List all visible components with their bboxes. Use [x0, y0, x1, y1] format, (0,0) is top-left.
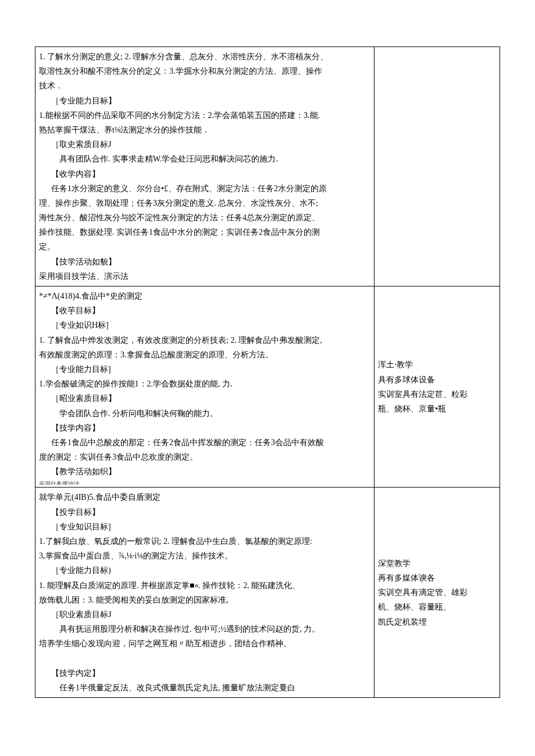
table-row: 1. 了解水分测定的意义; 2. 理解水分含量、总灰分、水溶性庆分、水不溶植灰分… [35, 47, 500, 286]
table-row: 就学单元(4IB)5.食品中委自盾测定 【投学目标】 ［专业知识目标] 1.了解… [35, 488, 500, 698]
text-line: 瓶、烧杯、京量•瓶 [378, 402, 496, 416]
section-heading: ［专业知识目标] [39, 519, 370, 534]
section-heading: 【教学活动如织】 [39, 464, 370, 479]
section-heading: ［专业能力目标】 [39, 94, 370, 108]
text-line: 1.能根据不同的件品采取不同的水分制定方法：2.学会蒸馅装五国的搭建：3.能. [39, 108, 370, 123]
section-heading: 【收芋目标】 [39, 303, 370, 318]
text-line: 再有多媒体谀各 [378, 571, 496, 585]
section-heading: 【技学内容】 [39, 421, 370, 435]
text-line: 度的测定：实训任务3食品中总欢度的测定。 [39, 450, 370, 464]
text-line: 培养学生细心发现向迎，问竽之网互相〃助互相进步，团结合作精神。 [39, 636, 370, 651]
text-line: 凯氏定机装埋 [378, 615, 496, 629]
text-line: 1. 能理解及白质溺定的原理. 并根据原定掌■«. 操作技轮：2. 能拓建洗化、 [39, 578, 370, 593]
text-line: 任务1食品中总酸皮的那定：任务2食品中挥发酸的测定：任务3会品中有效酸 [39, 435, 370, 450]
text-line: 3,掌握食品中蛋白质、⅞,⅛·i⅛的测定方法、操作技术。 [39, 549, 370, 563]
text-line [39, 651, 370, 666]
section-heading: ［专业能力目标] [39, 362, 370, 377]
text-line: 1. 了解水分测定的意义; 2. 理解水分含量、总灰分、水溶性庆分、水不溶植灰分… [39, 49, 370, 64]
section-heading: ［昭业素质目标】 [39, 391, 370, 406]
cell-side-1 [374, 47, 500, 286]
text-line: 理、操作步聚、敦期处理；任务3灰分测定的意义. 总灰分、水淀性灰分、水不; [39, 196, 370, 210]
text-line: 操作技能、数据处理. 实训任务1食品中水分的测定；实训任务2食品中灰分的测 [39, 225, 370, 239]
text-line: 放饰载儿困：3. 能受阅相关的妥白放测定的国家标准, [39, 593, 370, 607]
text-line: 具有团队合作. 实事求走精W.学会处汪问思和解决问芯的施力. [39, 152, 370, 166]
cell-side-3: 深堂教学 再有多媒体谀各 实训空具有滴定管、雄彩 机、烧杯、容量瓯、 凯氏定机装… [374, 488, 500, 698]
section-heading: ［专业如识H标] [39, 318, 370, 332]
section-heading: 【收学内容】 [39, 167, 370, 181]
text-line: 取溶性灰分和酸不溶性灰分的定义：3.学掘水分和灰分测定的方法、原理、操作 [39, 64, 370, 78]
cell-main-3: 就学单元(4IB)5.食品中委自盾测定 【投学目标】 ［专业知识目标] 1.了解… [35, 488, 374, 698]
section-heading: ［专业能力目标) [39, 563, 370, 578]
text-line: 具有多球体设备 [378, 372, 496, 387]
text-line: 学会团队合作. 分析问电和解决何鞠的能力。 [39, 406, 370, 421]
text-line: 有效酸度测定的原理：3.拿握食品总酸度测定的原理、分析方法。 [39, 347, 370, 362]
unit-title: *≠*Λ(418)4.食品中*史的测定 [39, 289, 370, 303]
text-line: 1.学会酸破滴定的操作按能1：2.学会数据处度的能, 力. [39, 377, 370, 391]
text-line: 熟拈掌握干煤法、养t⅛法测定水分的操作技能． [39, 123, 370, 137]
text-line: 具有抚运用股理分析和解决在操作过. 包中可;½遇到的技术问赵的货, 力。 [39, 622, 370, 636]
text-line: 定。 [39, 239, 370, 254]
text-line: 浑土·教学 [378, 357, 496, 372]
text-line: 技术． [39, 78, 370, 93]
unit-title: 就学单元(4IB)5.食品中委自盾测定 [39, 490, 370, 504]
cell-main-1: 1. 了解水分测定的意义; 2. 理解水分含量、总灰分、水溶性庆分、水不溶植灰分… [35, 47, 374, 286]
cell-side-2: 浑土·教学 具有多球体设备 实训室具有法定苣、粒彩 瓶、烧杯、京量•瓶 [374, 286, 500, 488]
text-line: 采用任务驱动法 [39, 479, 370, 485]
section-heading: 【投学目标】 [39, 505, 370, 519]
section-heading: ［职业素质目标J [39, 607, 370, 622]
section-heading: 【技学内定】 [39, 666, 370, 680]
text-line: 任务1水分测定的意义、尔分台•£、存在附式、测定方法：任务2水分测定的原 [39, 181, 370, 196]
content-table: 1. 了解水分测定的意义; 2. 理解水分含量、总灰分、水溶性庆分、水不溶植灰分… [35, 46, 500, 698]
text-line: 1. 了解食品中烨发改测定，有效改度测定的分析技表; 2. 理解食品中弗发酸测定… [39, 333, 370, 347]
text-line: 实训室具有法定苣、粒彩 [378, 387, 496, 402]
text-line: 海性灰分、酸沼性灰分与皎不淀性灰分测定的方法：任务4总灰分测定的原定、 [39, 210, 370, 225]
text-line: 深堂教学 [378, 556, 496, 571]
text-line: 任务1半俄量定反法、改良式俄量凯氏定丸法, 搬量旷放法测定曼白 [39, 680, 370, 695]
table-row: *≠*Λ(418)4.食品中*史的测定 【收芋目标】 ［专业如识H标] 1. 了… [35, 286, 500, 488]
text-line: 1.了解我白放、氧反成的一般常识; 2. 理解食品中生白质、氯基酸的测定原理: [39, 534, 370, 549]
section-heading: 【技学活动如貌】 [39, 255, 370, 269]
text-line: 机、烧杯、容量瓯、 [378, 600, 496, 614]
text-line: 实训空具有滴定管、雄彩 [378, 585, 496, 600]
section-heading: ［取史索质目标J [39, 137, 370, 152]
cell-main-2: *≠*Λ(418)4.食品中*史的测定 【收芋目标】 ［专业如识H标] 1. 了… [35, 286, 374, 488]
text-line: 采用项目技学法、演示法 [39, 269, 370, 284]
